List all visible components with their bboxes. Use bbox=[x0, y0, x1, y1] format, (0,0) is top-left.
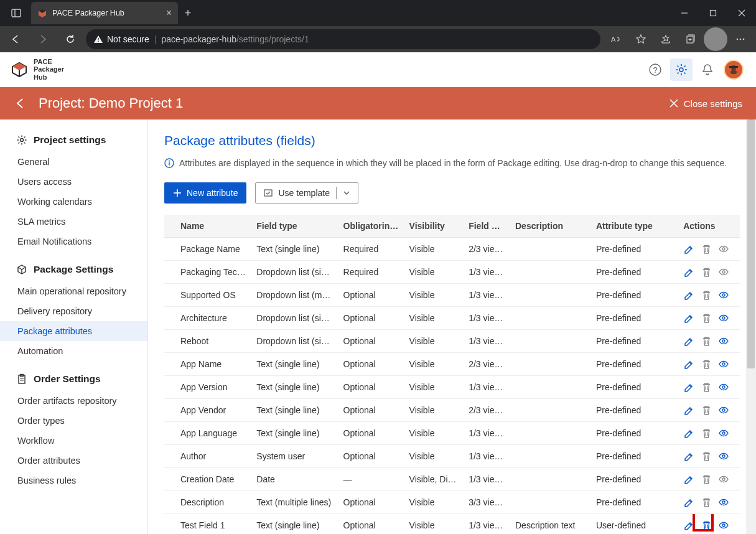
sidebar-item[interactable]: Delivery repository bbox=[0, 301, 147, 321]
column-header[interactable]: Field type bbox=[251, 215, 338, 238]
browser-menu-icon[interactable] bbox=[729, 27, 752, 51]
delete-icon[interactable] bbox=[701, 358, 712, 370]
visibility-icon[interactable] bbox=[718, 335, 729, 347]
delete-icon[interactable] bbox=[701, 520, 712, 531]
visibility-icon[interactable] bbox=[718, 428, 729, 439]
nav-back-icon[interactable] bbox=[4, 27, 27, 51]
app-logo[interactable]: PACEPackagerHub bbox=[11, 58, 64, 80]
column-header[interactable]: Attribute type bbox=[591, 215, 678, 238]
collections-icon[interactable] bbox=[679, 27, 702, 51]
delete-icon[interactable] bbox=[701, 497, 712, 508]
address-input[interactable]: Not secure | pace-packager-hub/settings/… bbox=[86, 29, 600, 49]
visibility-icon[interactable] bbox=[718, 243, 729, 255]
sidebar-item[interactable]: Order artifacts repository bbox=[0, 391, 147, 411]
delete-icon[interactable] bbox=[701, 451, 712, 462]
edit-icon[interactable] bbox=[683, 497, 694, 508]
svg-point-48 bbox=[722, 248, 725, 250]
new-attribute-button[interactable]: New attribute bbox=[164, 182, 246, 204]
sidebar-item[interactable]: Workflow bbox=[0, 431, 147, 451]
edit-icon[interactable] bbox=[683, 358, 694, 370]
close-tab-icon[interactable]: × bbox=[166, 7, 172, 19]
edit-icon[interactable] bbox=[683, 405, 694, 416]
delete-icon[interactable] bbox=[701, 405, 712, 416]
edit-icon[interactable] bbox=[683, 289, 694, 301]
visibility-icon[interactable] bbox=[718, 312, 729, 324]
delete-icon[interactable] bbox=[701, 266, 712, 278]
delete-icon[interactable] bbox=[701, 243, 712, 255]
user-avatar[interactable] bbox=[722, 59, 745, 81]
edit-icon[interactable] bbox=[683, 520, 694, 531]
use-template-button[interactable]: Use template bbox=[255, 182, 358, 204]
visibility-icon[interactable] bbox=[718, 520, 729, 531]
visibility-icon[interactable] bbox=[718, 451, 729, 462]
visibility-icon[interactable] bbox=[718, 405, 729, 416]
column-header[interactable]: Visibility bbox=[404, 215, 464, 238]
notifications-icon[interactable] bbox=[696, 59, 719, 81]
edit-icon[interactable] bbox=[683, 451, 694, 462]
favorites-bar-icon[interactable] bbox=[654, 27, 678, 51]
svg-point-27 bbox=[679, 68, 683, 72]
browser-tab[interactable]: PACE Packager Hub × bbox=[31, 2, 178, 24]
sidebar-item[interactable]: Order types bbox=[0, 411, 147, 431]
column-header[interactable]: Field wi... bbox=[464, 215, 510, 238]
column-header[interactable]: Obligatoriness bbox=[338, 215, 404, 238]
delete-icon[interactable] bbox=[701, 312, 712, 324]
visibility-icon[interactable] bbox=[718, 266, 729, 278]
sidebar-item[interactable]: General bbox=[0, 152, 147, 172]
delete-icon[interactable] bbox=[701, 474, 712, 485]
tab-actions-icon[interactable] bbox=[5, 2, 27, 24]
edit-icon[interactable] bbox=[683, 428, 694, 439]
svg-point-72 bbox=[722, 386, 725, 388]
sidebar-item[interactable]: Working calendars bbox=[0, 192, 147, 212]
visibility-icon[interactable] bbox=[718, 474, 729, 485]
edit-icon[interactable] bbox=[683, 335, 694, 347]
delete-icon[interactable] bbox=[701, 382, 712, 393]
settings-icon[interactable] bbox=[670, 59, 693, 81]
sidebar-item[interactable]: Package attributes bbox=[0, 321, 147, 341]
edit-icon[interactable] bbox=[683, 382, 694, 393]
sidebar-item[interactable]: Users access bbox=[0, 172, 147, 192]
delete-icon[interactable] bbox=[701, 428, 712, 439]
delete-icon[interactable] bbox=[701, 335, 712, 347]
security-warning: Not secure bbox=[93, 34, 149, 44]
clipboard-icon bbox=[16, 373, 27, 385]
info-note: Attributes are displayed in the sequence… bbox=[164, 157, 740, 170]
visibility-icon[interactable] bbox=[718, 497, 729, 508]
edit-icon[interactable] bbox=[683, 243, 694, 255]
sidebar-item[interactable]: Order attributes bbox=[0, 451, 147, 471]
favorites-icon[interactable] bbox=[629, 27, 653, 51]
close-settings-button[interactable]: Close settings bbox=[669, 98, 742, 109]
sidebar-item[interactable]: Business rules bbox=[0, 471, 147, 490]
new-tab-button[interactable]: + bbox=[178, 3, 198, 23]
svg-point-60 bbox=[722, 317, 725, 319]
window-minimize-icon[interactable] bbox=[670, 0, 699, 26]
sidebar-item[interactable]: Email Notifications bbox=[0, 232, 147, 251]
visibility-icon[interactable] bbox=[718, 382, 729, 393]
nav-refresh-icon[interactable] bbox=[58, 27, 82, 51]
vertical-scrollbar[interactable] bbox=[746, 119, 756, 534]
help-icon[interactable]: ? bbox=[644, 59, 666, 81]
visibility-icon[interactable] bbox=[718, 358, 729, 370]
edit-icon[interactable] bbox=[683, 312, 694, 324]
visibility-icon[interactable] bbox=[718, 289, 729, 301]
svg-point-20 bbox=[740, 39, 742, 40]
edit-icon[interactable] bbox=[683, 474, 694, 485]
sidebar-item[interactable]: Main operational repository bbox=[0, 281, 147, 301]
svg-rect-9 bbox=[98, 41, 98, 42]
delete-icon[interactable] bbox=[701, 289, 712, 301]
window-maximize-icon[interactable] bbox=[699, 0, 727, 26]
warning-icon bbox=[93, 34, 103, 44]
cube-icon bbox=[16, 264, 27, 275]
back-icon[interactable] bbox=[14, 96, 27, 110]
table-row: ArchitectureDropdown list (sing...Option… bbox=[164, 307, 740, 330]
edit-icon[interactable] bbox=[683, 266, 694, 278]
column-header[interactable]: Actions bbox=[678, 215, 740, 238]
svg-text:?: ? bbox=[653, 65, 658, 74]
profile-icon[interactable] bbox=[704, 27, 727, 51]
window-close-icon[interactable] bbox=[727, 0, 756, 26]
read-aloud-icon[interactable]: A bbox=[604, 27, 628, 51]
column-header[interactable]: Name bbox=[164, 215, 251, 238]
sidebar-item[interactable]: Automation bbox=[0, 341, 147, 361]
sidebar-item[interactable]: SLA metrics bbox=[0, 212, 147, 232]
column-header[interactable]: Description bbox=[510, 215, 591, 238]
